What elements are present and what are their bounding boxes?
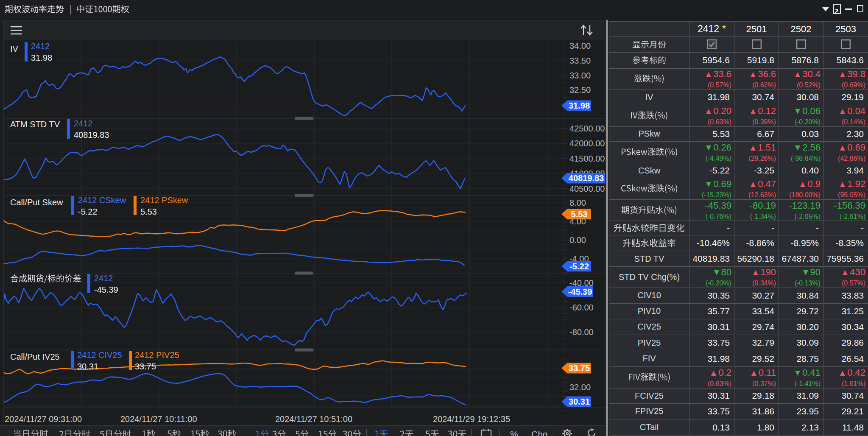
svg-text:2412 CIV25: 2412 CIV25 [77, 350, 122, 360]
svg-text:30.31: 30.31 [569, 397, 590, 406]
svg-text:33.75: 33.75 [569, 363, 590, 373]
svg-text:41500.00: 41500.00 [569, 154, 605, 163]
svg-text:-5.22: -5.22 [78, 207, 98, 216]
svg-text:2412: 2412 [94, 274, 113, 283]
svg-text:5.53: 5.53 [571, 210, 588, 219]
svg-text:Call/Put IV25: Call/Put IV25 [10, 352, 60, 361]
svg-text:ATM STD TV: ATM STD TV [10, 120, 60, 129]
svg-text:5.53: 5.53 [140, 207, 157, 216]
svg-text:-5.22: -5.22 [569, 262, 589, 271]
svg-text:40819.83: 40819.83 [569, 173, 604, 183]
svg-text:40500.00: 40500.00 [569, 184, 605, 193]
svg-text:31.98: 31.98 [569, 101, 590, 110]
svg-text:30.31: 30.31 [77, 362, 98, 371]
svg-text:8.00: 8.00 [569, 198, 586, 207]
svg-text:-40.00: -40.00 [569, 278, 594, 288]
svg-text:33.00: 33.00 [569, 71, 591, 80]
svg-text:33.75: 33.75 [135, 362, 156, 371]
svg-text:40819.83: 40819.83 [74, 130, 109, 140]
svg-text:2024/11/27 10:11:00: 2024/11/27 10:11:00 [120, 414, 197, 424]
svg-text:42000.00: 42000.00 [569, 139, 605, 148]
svg-text:2024/11/29 19:12:35: 2024/11/29 19:12:35 [433, 414, 510, 424]
svg-text:-45.39: -45.39 [94, 285, 118, 294]
svg-text:2412: 2412 [74, 119, 93, 128]
svg-text:2024/11/27 10:51:00: 2024/11/27 10:51:00 [275, 414, 352, 424]
svg-text:-45.39: -45.39 [568, 287, 592, 296]
svg-text:2412 PSkew: 2412 PSkew [140, 196, 188, 205]
svg-text:IV: IV [10, 44, 19, 53]
svg-text:-60.00: -60.00 [569, 303, 594, 312]
svg-text:0.00: 0.00 [569, 235, 586, 245]
svg-text:2412 CSkew: 2412 CSkew [78, 196, 126, 205]
svg-text:31.98: 31.98 [31, 53, 52, 62]
svg-text:32.50: 32.50 [569, 85, 591, 95]
svg-text:42500.00: 42500.00 [569, 124, 605, 133]
svg-text:33.50: 33.50 [569, 56, 591, 65]
svg-text:2412 PIV25: 2412 PIV25 [135, 350, 179, 360]
svg-text:2024/11/27 09:31:00: 2024/11/27 09:31:00 [5, 414, 82, 424]
svg-text:2412: 2412 [31, 42, 50, 51]
svg-text:-80.00: -80.00 [569, 327, 594, 337]
svg-text:34.00: 34.00 [569, 41, 591, 50]
svg-text:32.00: 32.00 [569, 383, 591, 392]
svg-text:Call/Put Skew: Call/Put Skew [10, 198, 63, 207]
